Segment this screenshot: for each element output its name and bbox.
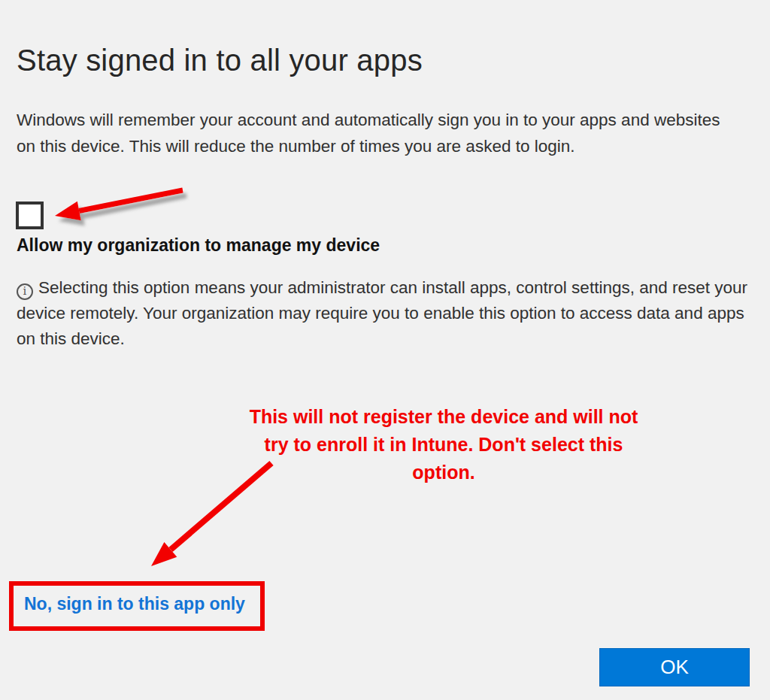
info-note: iSelecting this option means your admini… <box>17 275 752 352</box>
info-note-text: Selecting this option means your adminis… <box>17 278 747 348</box>
info-circle-icon: i <box>17 283 33 300</box>
annotation-warning-line-1: This will not register the device and wi… <box>173 403 714 431</box>
sign-in-this-app-only-link[interactable]: No, sign in to this app only <box>24 594 245 614</box>
annotation-warning-line-2: try to enroll it in Intune. Don't select… <box>173 431 714 459</box>
allow-organization-manage-checkbox[interactable] <box>16 202 44 229</box>
allow-organization-manage-label: Allow my organization to manage my devic… <box>17 235 380 256</box>
annotation-warning-text: This will not register the device and wi… <box>173 403 714 486</box>
stay-signed-in-dialog: Stay signed in to all your apps Windows … <box>0 0 770 700</box>
dialog-description: Windows will remember your account and a… <box>17 108 731 159</box>
checkbox-arrow-icon <box>55 190 183 220</box>
annotation-warning-line-3: option. <box>173 459 714 486</box>
dialog-title: Stay signed in to all your apps <box>17 44 423 77</box>
ok-button[interactable]: OK <box>599 648 750 686</box>
annotation-highlight-box: No, sign in to this app only <box>9 581 265 631</box>
